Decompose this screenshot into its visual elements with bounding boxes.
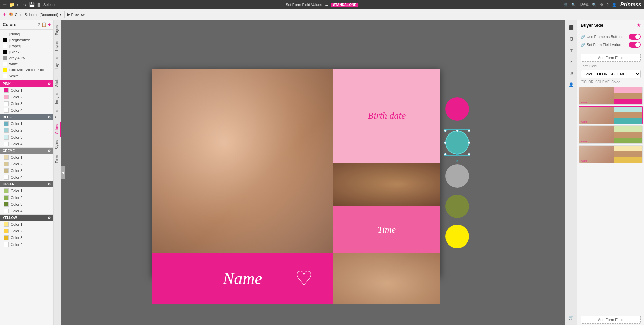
save-scheme-icon[interactable]: 📋 (41, 22, 47, 27)
set-form-toggle[interactable] (629, 42, 641, 48)
yellow-group-header[interactable]: YELLOW ⚙ (0, 215, 53, 221)
sys-color-white-lower[interactable]: white (0, 61, 53, 67)
rail-scissors-icon[interactable]: ✂ (567, 57, 576, 66)
rail-transform-icon[interactable]: ⊞ (567, 68, 576, 78)
creme-group-header[interactable]: CREME ⚙ (0, 148, 53, 154)
green-color1[interactable]: Color 1 (0, 187, 53, 194)
yellow-color2[interactable]: Color 2 (0, 228, 53, 234)
green-color4[interactable]: Color 4 (0, 208, 53, 214)
sys-color-registration[interactable]: [Registration] (0, 37, 53, 43)
tab-stickers[interactable]: Stickers (54, 72, 61, 90)
tab-styles[interactable]: Styles (54, 138, 61, 152)
creme-color1[interactable]: Color 1 (0, 154, 53, 161)
add-icon[interactable]: + (3, 11, 6, 18)
blue-color3[interactable]: Color 3 (0, 134, 53, 141)
save-icon[interactable]: 💾 (29, 2, 35, 7)
pink-color4[interactable]: Color 4 (0, 107, 53, 114)
add-form-field-button-top[interactable]: Add Form Field (581, 54, 641, 62)
time-panel[interactable]: Time (333, 206, 440, 253)
tab-images[interactable]: Images (54, 90, 61, 107)
add-scheme-icon[interactable]: + (48, 22, 51, 27)
pink-color1[interactable]: Color 1 (0, 87, 53, 94)
thumb-3[interactable]: Name (579, 125, 643, 144)
preview-icon: ▶ (67, 12, 70, 17)
gray-circle[interactable] (445, 164, 469, 188)
folder-icon[interactable]: 📁 (9, 2, 15, 7)
pink-color3[interactable]: Color 3 (0, 100, 53, 107)
green-settings-icon[interactable]: ⚙ (48, 182, 51, 186)
sys-color-white-upper[interactable]: White (0, 73, 53, 79)
delete-icon[interactable]: 🗑 (37, 2, 41, 7)
birth-date-panel[interactable]: Birth date (333, 69, 440, 163)
pink-circle[interactable] (445, 97, 469, 121)
tab-fonts[interactable]: Fonts (54, 107, 61, 121)
use-frame-toggle[interactable] (629, 34, 641, 40)
yellow-circle[interactable] (445, 225, 469, 248)
name-panel[interactable]: Name ♡ (152, 253, 333, 304)
topbar-right-icons: 🛒 🔍 136% 🔍 ⚙ ? 👤 Printess (563, 2, 641, 8)
undo-icon[interactable]: ↩ (17, 2, 21, 7)
pink-group-header[interactable]: PINK ⚙ (0, 80, 53, 87)
set-form-label: 🔗 Set Form Field Value (581, 43, 621, 47)
help-icon-small[interactable]: ? (37, 22, 40, 27)
yellow-color1[interactable]: Color 1 (0, 221, 53, 228)
zoom-out-icon[interactable]: 🔍 (571, 3, 576, 7)
pink-settings-icon[interactable]: ⚙ (48, 82, 51, 86)
blue-color4[interactable]: Color 4 (0, 141, 53, 147)
rail-user-icon[interactable]: 👤 (567, 80, 576, 89)
green-group-header[interactable]: GREEN ⚙ (0, 181, 53, 187)
set-form-row: 🔗 Set Form Field Value (581, 42, 641, 48)
sys-color-paper[interactable]: [Paper] (0, 43, 53, 49)
yellow-settings-icon[interactable]: ⚙ (48, 216, 51, 220)
panel-collapse-handle[interactable]: ◀ (61, 166, 65, 179)
settings-icon[interactable]: ⚙ (600, 3, 603, 7)
blue-color2[interactable]: Color 2 (0, 127, 53, 134)
thumb-4[interactable]: Name (579, 145, 643, 163)
scheme-selector[interactable]: 🎨 Color Scheme [Document] ▾ (9, 12, 62, 17)
olive-circle[interactable] (445, 195, 469, 218)
form-field-select[interactable]: Color [COLOR_SCHEME] (581, 70, 641, 78)
creme-color4[interactable]: Color 4 (0, 174, 53, 181)
creme-color2[interactable]: Color 2 (0, 161, 53, 167)
blue-group-header[interactable]: BLUE ⚙ (0, 114, 53, 120)
tab-layers[interactable]: Layers (54, 38, 61, 54)
blue-color1[interactable]: Color 1 (0, 120, 53, 127)
cart-icon[interactable]: 🛒 (563, 3, 568, 7)
thumb-1[interactable]: Name (579, 87, 643, 105)
tab-layouts[interactable]: Layouts (54, 54, 61, 71)
sys-color-yellow-cmyk[interactable]: C=0 M=0 Y=100 K=0 (0, 67, 53, 73)
buyer-side-icon: ★ (637, 23, 641, 28)
scheme-dropdown-icon: ▾ (60, 12, 62, 17)
rail-text-icon[interactable]: T (567, 46, 576, 55)
tab-colors[interactable]: Colors (54, 122, 61, 137)
thumb-2[interactable]: Name (579, 106, 643, 124)
sys-color-none[interactable]: [None] (0, 31, 53, 37)
tab-pages[interactable]: Pages (54, 23, 61, 38)
creme-settings-icon[interactable]: ⚙ (48, 149, 51, 153)
tab-form[interactable]: Form (54, 153, 61, 166)
sys-color-black[interactable]: [Black] (0, 49, 53, 55)
add-form-field-button-bottom[interactable]: Add Form Field (581, 316, 641, 324)
preview-label: Preview (71, 13, 85, 17)
green-color2[interactable]: Color 2 (0, 194, 53, 201)
rail-image-icon[interactable]: 🖼 (567, 34, 576, 44)
blue-settings-icon[interactable]: ⚙ (48, 115, 51, 119)
rail-icon-1[interactable]: ⬛ (567, 23, 576, 32)
design-canvas: Birth date Time Name ♡ (152, 69, 440, 277)
redo-icon[interactable]: ↪ (23, 2, 27, 7)
yellow-color3[interactable]: Color 3 (0, 234, 53, 241)
scheme-label-text: Color Scheme [Document] (15, 13, 58, 17)
user-icon[interactable]: 👤 (612, 3, 617, 7)
green-color3[interactable]: Color 3 (0, 201, 53, 208)
creme-color3[interactable]: Color 3 (0, 167, 53, 174)
right-sidebar: Buyer Side ★ 🔗 Use Frame as Button 🔗 Set… (577, 20, 644, 325)
preview-button[interactable]: ▶ Preview (67, 12, 85, 17)
yellow-color4[interactable]: Color 4 (0, 241, 53, 248)
sys-color-gray40[interactable]: gray 40% (0, 55, 53, 61)
zoom-in-icon[interactable]: 🔍 (592, 3, 597, 7)
pink-color2[interactable]: Color 2 (0, 94, 53, 100)
left-panel-icons: ? 📋 + (37, 22, 51, 27)
help-icon[interactable]: ? (607, 3, 609, 7)
new-icon[interactable]: ☰ (3, 2, 7, 7)
rail-cart-icon[interactable]: 🛒 (567, 313, 576, 322)
